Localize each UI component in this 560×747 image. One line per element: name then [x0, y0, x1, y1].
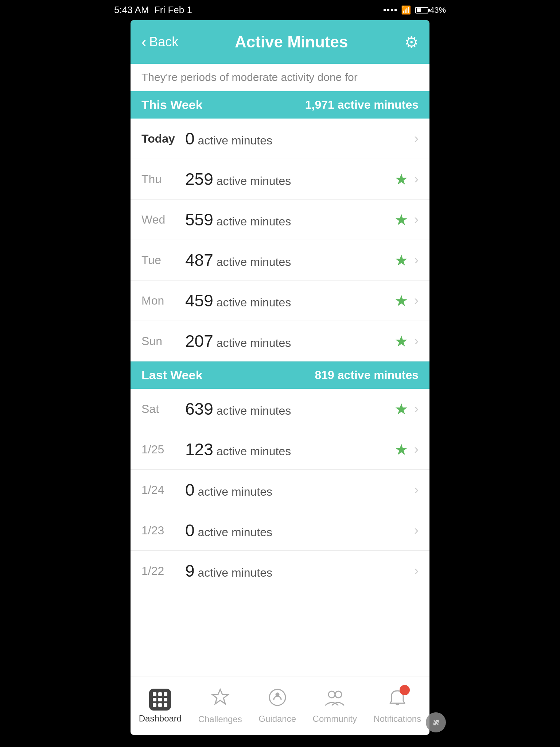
day-label: Thu — [141, 173, 185, 186]
day-label: 1/23 — [141, 524, 185, 537]
day-label: 1/22 — [141, 564, 185, 578]
day-minutes: 0 active minutes — [185, 480, 414, 500]
day-icons: ★ › — [394, 211, 419, 229]
last-week-header: Last Week 819 active minutes — [131, 361, 429, 389]
svg-point-4 — [335, 691, 342, 698]
day-minutes: 123 active minutes — [185, 440, 394, 459]
day-icons: ★ › — [394, 292, 419, 310]
day-row-wed[interactable]: Wed 559 active minutes ★ › — [131, 200, 429, 240]
last-week-label: Last Week — [141, 368, 203, 382]
star-icon: ★ — [394, 441, 408, 458]
day-label: Sun — [141, 334, 185, 348]
tab-label-notifications: Notifications — [373, 714, 421, 724]
day-label: Tue — [141, 253, 185, 267]
svg-point-3 — [328, 691, 335, 698]
chevron-right-icon: › — [414, 131, 419, 146]
tab-dashboard[interactable]: Dashboard — [132, 685, 189, 727]
svg-marker-0 — [212, 689, 228, 704]
tab-notifications[interactable]: Notifications — [366, 684, 428, 728]
day-row-125[interactable]: 1/25 123 active minutes ★ › — [131, 429, 429, 470]
tab-label-community: Community — [313, 714, 357, 724]
app-container: ‹ Back Active Minutes ⚙ They're periods … — [131, 20, 429, 735]
back-chevron-icon: ‹ — [141, 35, 146, 49]
star-icon: ★ — [394, 292, 408, 310]
day-minutes: 259 active minutes — [185, 169, 394, 189]
this-week-header: This Week 1,971 active minutes — [131, 91, 429, 119]
chevron-right-icon: › — [414, 442, 419, 457]
day-icons: › — [414, 482, 419, 498]
resize-handle[interactable] — [426, 712, 446, 732]
star-icon: ★ — [394, 332, 408, 350]
day-icons: › — [414, 563, 419, 578]
day-icons: ★ › — [394, 170, 419, 188]
day-icons: › — [414, 131, 419, 146]
chevron-right-icon: › — [414, 401, 419, 417]
day-label: 1/25 — [141, 443, 185, 456]
day-row-today[interactable]: Today 0 active minutes › — [131, 119, 429, 159]
settings-icon[interactable]: ⚙ — [404, 33, 419, 51]
day-minutes: 639 active minutes — [185, 399, 394, 419]
chevron-right-icon: › — [414, 333, 419, 349]
chevron-right-icon: › — [414, 293, 419, 308]
day-label: 1/24 — [141, 483, 185, 497]
day-label: Sat — [141, 402, 185, 416]
device-frame: 5:43 AM Fri Feb 1 📶 43% ‹ Back — [107, 0, 453, 747]
day-row-122[interactable]: 1/22 9 active minutes › — [131, 551, 429, 591]
day-label: Today — [141, 132, 185, 146]
battery-icon: 43% — [415, 5, 446, 15]
star-icon: ★ — [394, 211, 408, 229]
day-icons: ★ › — [394, 441, 419, 458]
back-button[interactable]: ‹ Back — [141, 34, 178, 50]
chevron-right-icon: › — [414, 563, 419, 578]
chevron-right-icon: › — [414, 482, 419, 498]
day-row-thu[interactable]: Thu 259 active minutes ★ › — [131, 159, 429, 200]
day-row-sun[interactable]: Sun 207 active minutes ★ › — [131, 321, 429, 361]
chevron-right-icon: › — [414, 252, 419, 268]
tab-community[interactable]: Community — [306, 684, 364, 728]
chevron-right-icon: › — [414, 523, 419, 538]
tab-challenges[interactable]: Challenges — [191, 684, 249, 728]
day-row-mon[interactable]: Mon 459 active minutes ★ › — [131, 280, 429, 321]
day-label: Mon — [141, 294, 185, 307]
tab-bar: Dashboard Challenges — [131, 677, 429, 735]
tab-label-challenges: Challenges — [198, 714, 242, 724]
day-icons: ★ › — [394, 400, 419, 418]
signal-icon — [384, 9, 397, 11]
status-bar: 5:43 AM Fri Feb 1 📶 43% — [107, 0, 453, 20]
this-week-label: This Week — [141, 98, 203, 112]
this-week-total: 1,971 active minutes — [305, 98, 419, 112]
day-row-123[interactable]: 1/23 0 active minutes › — [131, 510, 429, 551]
day-icons: ★ › — [394, 332, 419, 350]
info-banner: They're periods of moderate activity don… — [131, 64, 429, 91]
tab-guidance[interactable]: Guidance — [251, 684, 303, 728]
day-row-tue[interactable]: Tue 487 active minutes ★ › — [131, 240, 429, 280]
guidance-icon — [268, 688, 287, 711]
header: ‹ Back Active Minutes ⚙ — [131, 20, 429, 64]
star-icon: ★ — [394, 400, 408, 418]
info-text: They're periods of moderate activity don… — [141, 71, 358, 83]
scroll-content[interactable]: This Week 1,971 active minutes Today 0 a… — [131, 91, 429, 677]
dashboard-icon — [149, 689, 171, 711]
last-week-total: 819 active minutes — [315, 368, 419, 382]
day-row-sat[interactable]: Sat 639 active minutes ★ › — [131, 389, 429, 429]
challenges-icon — [211, 688, 230, 711]
day-icons: ★ › — [394, 251, 419, 269]
chevron-right-icon: › — [414, 212, 419, 227]
day-minutes: 0 active minutes — [185, 520, 414, 540]
day-minutes: 9 active minutes — [185, 561, 414, 581]
svg-point-2 — [276, 693, 279, 696]
day-minutes: 207 active minutes — [185, 331, 394, 351]
day-minutes: 559 active minutes — [185, 210, 394, 229]
day-label: Wed — [141, 213, 185, 227]
community-icon — [324, 688, 346, 711]
svg-point-1 — [269, 689, 285, 705]
notifications-wrapper — [388, 688, 407, 711]
day-row-124[interactable]: 1/24 0 active minutes › — [131, 470, 429, 510]
tab-label-guidance: Guidance — [258, 714, 296, 724]
wifi-icon: 📶 — [401, 5, 411, 15]
tab-label-dashboard: Dashboard — [139, 713, 182, 724]
status-time: 5:43 AM Fri Feb 1 — [114, 4, 192, 16]
day-minutes: 0 active minutes — [185, 129, 414, 148]
page-title: Active Minutes — [235, 33, 348, 51]
day-minutes: 459 active minutes — [185, 291, 394, 310]
